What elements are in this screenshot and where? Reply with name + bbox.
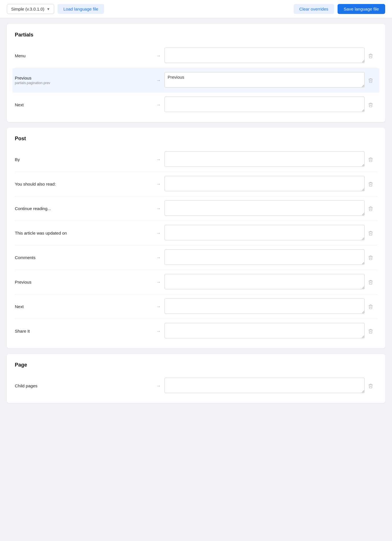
- row-label-text: This article was updated on: [15, 231, 153, 235]
- delete-cell: [365, 254, 377, 261]
- translation-row-continue-reading-1-2: Continue reading...→: [15, 196, 377, 221]
- translation-textarea-cell: [164, 378, 365, 394]
- trash-icon: [368, 78, 373, 83]
- delete-cell: [365, 77, 377, 84]
- translation-textarea-cell: [164, 176, 365, 192]
- trash-icon: [368, 102, 373, 107]
- arrow-icon: →: [153, 206, 164, 211]
- section-page: PageChild pages→: [7, 354, 385, 403]
- trash-icon: [368, 231, 373, 236]
- translation-row-next-1-6: Next→: [15, 294, 377, 319]
- delete-cell: [365, 101, 377, 109]
- delete-button-share-it[interactable]: [367, 328, 374, 335]
- translation-input-you-should-also-read[interactable]: [164, 176, 365, 191]
- row-label-cell: Continue reading...: [15, 206, 153, 211]
- delete-cell: [365, 382, 377, 390]
- delete-cell: [365, 328, 377, 335]
- section-title-page: Page: [15, 362, 377, 368]
- translation-input-continue-reading[interactable]: [164, 200, 365, 216]
- row-label-text: Previous: [15, 76, 153, 80]
- trash-icon: [368, 280, 373, 285]
- translation-input-previous[interactable]: [164, 72, 365, 88]
- row-label-text: Continue reading...: [15, 206, 153, 211]
- arrow-icon: →: [153, 255, 164, 260]
- translation-textarea-cell: [164, 72, 365, 88]
- translation-input-share-it[interactable]: [164, 323, 365, 338]
- load-language-file-button[interactable]: Load language file: [58, 4, 104, 14]
- section-post: PostBy→ You should also read:→ Continue …: [7, 128, 385, 348]
- translation-row-child-pages-2-0: Child pages→: [15, 374, 377, 398]
- row-label-text: Comments: [15, 255, 153, 260]
- delete-button-continue-reading[interactable]: [367, 205, 374, 212]
- delete-cell: [365, 303, 377, 310]
- toolbar: Simple (v.3.0.1.0) ▼ Load language file …: [0, 0, 392, 18]
- translation-input-next[interactable]: [164, 97, 365, 112]
- row-label-text: Share It: [15, 329, 153, 333]
- row-label-text: Child pages: [15, 383, 153, 388]
- translation-textarea-cell: [164, 298, 365, 315]
- translation-textarea-cell: [164, 151, 365, 168]
- translation-input-menu[interactable]: [164, 48, 365, 63]
- clear-overrides-button[interactable]: Clear overrides: [294, 4, 334, 14]
- row-label-cell: Share It: [15, 329, 153, 333]
- delete-button-next[interactable]: [367, 303, 374, 310]
- row-label-text: Previous: [15, 280, 153, 284]
- translation-row-next-0-2: Next→: [15, 93, 377, 117]
- translation-textarea-cell: [164, 97, 365, 113]
- arrow-icon: →: [153, 280, 164, 285]
- trash-icon: [368, 304, 373, 309]
- row-label-cell: By: [15, 157, 153, 162]
- translation-row-you-should-also-read-1-1: You should also read:→: [15, 172, 377, 196]
- translation-input-article-updated[interactable]: [164, 225, 365, 240]
- version-label: Simple (v.3.0.1.0): [11, 7, 44, 11]
- row-label-text: Next: [15, 102, 153, 107]
- delete-button-comments[interactable]: [367, 254, 374, 261]
- translation-textarea-cell: [164, 48, 365, 64]
- delete-button-previous[interactable]: [367, 77, 374, 84]
- translation-input-next[interactable]: [164, 298, 365, 314]
- translation-textarea-cell: [164, 323, 365, 339]
- delete-button-you-should-also-read[interactable]: [367, 180, 374, 188]
- delete-button-menu[interactable]: [367, 52, 374, 60]
- row-label-cell: Next: [15, 102, 153, 107]
- arrow-icon: →: [153, 304, 164, 309]
- arrow-icon: →: [153, 157, 164, 162]
- delete-button-article-updated[interactable]: [367, 229, 374, 237]
- row-label-text: Menu: [15, 53, 153, 58]
- arrow-icon: →: [153, 182, 164, 187]
- row-label-text: You should also read:: [15, 182, 153, 186]
- delete-button-next[interactable]: [367, 101, 374, 109]
- section-partials: PartialsMenu→ Previouspartials.paginatio…: [7, 24, 385, 122]
- row-label-cell: Child pages: [15, 383, 153, 388]
- delete-button-child-pages[interactable]: [367, 382, 374, 390]
- arrow-icon: →: [153, 78, 164, 83]
- delete-button-by[interactable]: [367, 156, 374, 163]
- row-label-cell: Menu: [15, 53, 153, 58]
- trash-icon: [368, 255, 373, 260]
- arrow-icon: →: [153, 383, 164, 389]
- row-label-cell: You should also read:: [15, 182, 153, 186]
- row-label-cell: This article was updated on: [15, 231, 153, 235]
- translation-input-previous[interactable]: [164, 274, 365, 289]
- translation-input-comments[interactable]: [164, 249, 365, 265]
- arrow-icon: →: [153, 53, 164, 58]
- translation-input-by[interactable]: [164, 151, 365, 167]
- arrow-icon: →: [153, 102, 164, 107]
- delete-cell: [365, 52, 377, 60]
- version-dropdown[interactable]: Simple (v.3.0.1.0) ▼: [7, 4, 54, 14]
- trash-icon: [368, 53, 373, 58]
- translation-row-menu-0-0: Menu→: [15, 44, 377, 68]
- main-content: PartialsMenu→ Previouspartials.paginatio…: [0, 18, 392, 409]
- translation-row-article-updated-1-3: This article was updated on→: [15, 221, 377, 245]
- section-title-post: Post: [15, 136, 377, 142]
- delete-button-previous[interactable]: [367, 278, 374, 286]
- arrow-icon: →: [153, 231, 164, 236]
- translation-row-share-it-1-7: Share It→: [15, 319, 377, 343]
- save-language-file-button[interactable]: Save language file: [338, 4, 385, 14]
- translation-input-child-pages[interactable]: [164, 378, 365, 393]
- delete-cell: [365, 180, 377, 188]
- translation-row-previous-1-5: Previous→: [15, 270, 377, 294]
- delete-cell: [365, 229, 377, 237]
- row-label-text: Next: [15, 304, 153, 309]
- trash-icon: [368, 206, 373, 211]
